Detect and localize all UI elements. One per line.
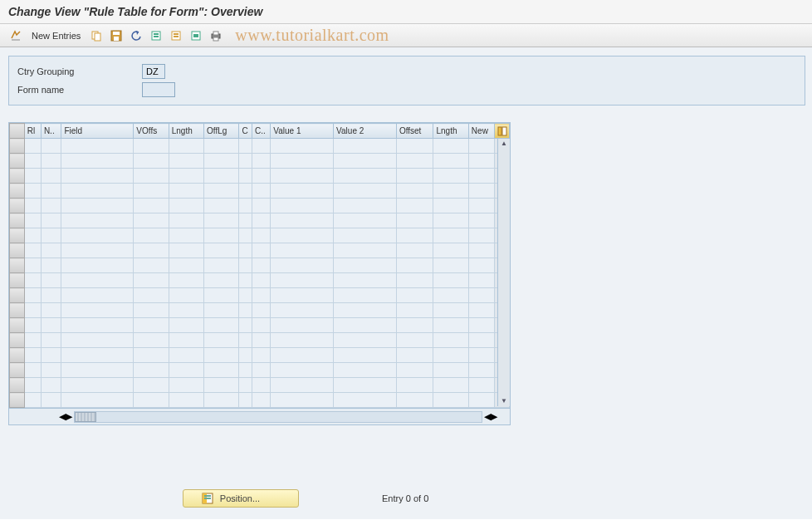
cell[interactable] [468, 139, 494, 154]
cell[interactable] [134, 363, 169, 378]
col-new[interactable]: New [468, 124, 494, 139]
table-row[interactable] [10, 199, 510, 213]
cell[interactable] [334, 169, 397, 184]
cell[interactable] [334, 184, 397, 199]
cell[interactable] [134, 258, 169, 273]
cell[interactable] [134, 318, 169, 333]
hscroll-track[interactable] [74, 411, 482, 423]
cell[interactable] [252, 288, 271, 303]
scroll-right-icon[interactable]: ▶ [66, 411, 72, 422]
cell[interactable] [396, 333, 433, 348]
cell[interactable] [433, 378, 468, 393]
cell[interactable] [396, 303, 433, 318]
new-entries-button[interactable]: New Entries [28, 29, 84, 42]
cell[interactable] [468, 243, 494, 258]
cell[interactable] [24, 154, 41, 169]
table-row[interactable] [10, 154, 510, 169]
cell[interactable] [134, 184, 169, 199]
cell[interactable] [41, 169, 61, 184]
cell[interactable] [134, 199, 169, 213]
cell[interactable] [396, 258, 433, 273]
cell[interactable] [271, 213, 334, 228]
cell[interactable] [396, 169, 433, 184]
cell[interactable] [334, 393, 397, 408]
cell[interactable] [396, 318, 433, 333]
cell[interactable] [204, 184, 239, 199]
cell[interactable] [468, 393, 494, 408]
col-offset[interactable]: Offset [396, 124, 433, 139]
cell[interactable] [204, 243, 239, 258]
cell[interactable] [396, 378, 433, 393]
cell[interactable] [271, 288, 334, 303]
col-value1[interactable]: Value 1 [271, 124, 334, 139]
cell[interactable] [468, 318, 494, 333]
row-selector[interactable] [10, 273, 25, 288]
cell[interactable] [239, 154, 252, 169]
table-row[interactable] [10, 213, 510, 228]
cell[interactable] [396, 363, 433, 378]
row-selector[interactable] [10, 169, 25, 184]
cell[interactable] [41, 228, 61, 243]
cell[interactable] [169, 348, 203, 363]
cell[interactable] [134, 303, 169, 318]
col-voffs[interactable]: VOffs [134, 124, 169, 139]
cell[interactable] [239, 303, 252, 318]
cell[interactable] [433, 258, 468, 273]
cell[interactable] [169, 213, 203, 228]
cell[interactable] [169, 273, 203, 288]
cell[interactable] [61, 318, 134, 333]
cell[interactable] [433, 393, 468, 408]
cell[interactable] [433, 213, 468, 228]
cell[interactable] [239, 393, 252, 408]
cell[interactable] [41, 393, 61, 408]
row-selector[interactable] [10, 378, 25, 393]
cell[interactable] [41, 273, 61, 288]
table-row[interactable] [10, 378, 510, 393]
cell[interactable] [468, 213, 494, 228]
cell[interactable] [271, 139, 334, 154]
cell[interactable] [396, 288, 433, 303]
cell[interactable] [468, 273, 494, 288]
row-selector[interactable] [10, 303, 25, 318]
cell[interactable] [169, 258, 203, 273]
row-selector[interactable] [10, 199, 25, 213]
cell[interactable] [252, 378, 271, 393]
cell[interactable] [252, 184, 271, 199]
cell[interactable] [41, 154, 61, 169]
cell[interactable] [271, 169, 334, 184]
cell[interactable] [271, 378, 334, 393]
cell[interactable] [134, 139, 169, 154]
cell[interactable] [61, 288, 134, 303]
row-selector[interactable] [10, 139, 25, 154]
cell[interactable] [396, 273, 433, 288]
cell[interactable] [24, 199, 41, 213]
cell[interactable] [204, 199, 239, 213]
cell[interactable] [468, 199, 494, 213]
cell[interactable] [433, 318, 468, 333]
cell[interactable] [41, 199, 61, 213]
cell[interactable] [468, 169, 494, 184]
cell[interactable] [61, 154, 134, 169]
cell[interactable] [134, 169, 169, 184]
cell[interactable] [239, 363, 252, 378]
row-selector[interactable] [10, 318, 25, 333]
cell[interactable] [433, 288, 468, 303]
cell[interactable] [468, 154, 494, 169]
cell[interactable] [41, 348, 61, 363]
row-selector[interactable] [10, 228, 25, 243]
cell[interactable] [271, 393, 334, 408]
cell[interactable] [24, 333, 41, 348]
cell[interactable] [334, 378, 397, 393]
cell[interactable] [239, 273, 252, 288]
table-row[interactable] [10, 228, 510, 243]
cell[interactable] [61, 393, 134, 408]
cell[interactable] [41, 333, 61, 348]
table-row[interactable] [10, 139, 510, 154]
table-row[interactable] [10, 393, 510, 408]
select-block-icon[interactable] [169, 28, 183, 43]
cell[interactable] [271, 228, 334, 243]
cell[interactable] [334, 199, 397, 213]
cell[interactable] [252, 273, 271, 288]
cell[interactable] [169, 303, 203, 318]
cell[interactable] [468, 378, 494, 393]
